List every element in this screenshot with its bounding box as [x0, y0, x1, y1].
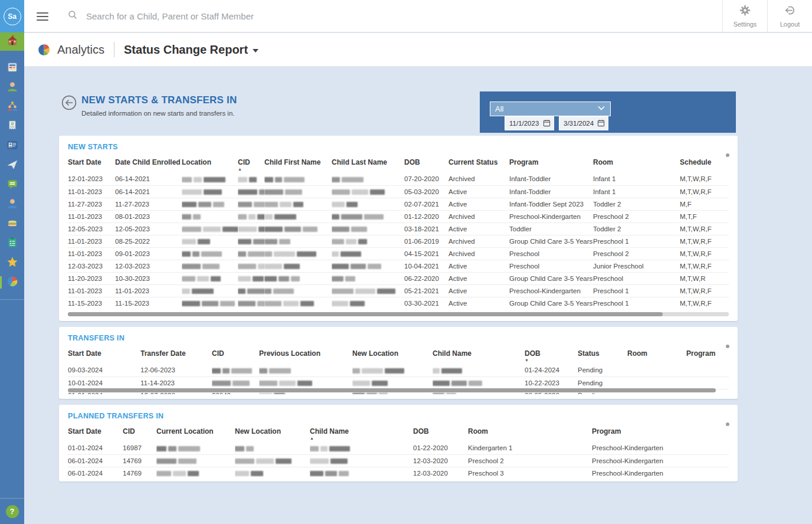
cell — [212, 364, 259, 376]
cell — [182, 297, 238, 309]
cell: 11-01-2023 — [68, 284, 115, 297]
cell: Junior Preschool — [593, 260, 680, 272]
column-header-transfer-date[interactable]: Transfer Date — [140, 346, 212, 364]
cell — [259, 364, 352, 376]
back-button[interactable] — [61, 95, 77, 110]
cell: Preschool 1 — [593, 297, 680, 309]
sidebar: Sa $ ? — [0, 0, 24, 524]
column-header-start-date[interactable]: Start Date — [68, 424, 123, 442]
column-header-cid[interactable]: CID — [212, 346, 259, 364]
avatar[interactable]: Sa — [0, 0, 24, 32]
search-input[interactable] — [86, 11, 440, 21]
column-header-location[interactable]: Location — [182, 155, 238, 173]
column-header-new-location[interactable]: New Location — [235, 424, 310, 442]
sidebar-item-person-blue[interactable] — [0, 195, 24, 214]
sidebar-item-dashboard[interactable] — [0, 58, 24, 78]
cell: Active — [448, 297, 509, 309]
page-subtitle: Detailed information on new starts and t… — [81, 110, 235, 117]
cell: Toddler — [509, 222, 593, 235]
scrollbar-thumb[interactable] — [68, 312, 663, 316]
location-dropdown[interactable]: All — [490, 101, 611, 116]
cell: Preschool-Kindergarten — [509, 284, 593, 297]
sidebar-item-star[interactable] — [0, 253, 24, 273]
date-from-value: 11/1/2023 — [509, 120, 539, 127]
sidebar-item-school[interactable] — [0, 32, 24, 51]
help-icon[interactable]: ? — [6, 505, 19, 518]
sidebar-item-chat[interactable] — [0, 175, 24, 195]
cell — [332, 297, 404, 309]
column-header-child-name[interactable]: Child Name▲ — [310, 424, 413, 442]
sidebar-item-billing[interactable]: $ — [0, 117, 24, 136]
cell: 08-01-2023 — [115, 210, 182, 222]
column-header-room[interactable]: Room — [593, 155, 680, 173]
column-header-current-status[interactable]: Current Status — [448, 155, 509, 173]
transfers-in-table: Start DateTransfer DateCIDPrevious Locat… — [68, 346, 729, 394]
sidebar-item-checklist[interactable] — [0, 234, 24, 253]
column-header-schedule[interactable]: Schedule — [680, 155, 729, 173]
cell: 02-07-2021 — [404, 198, 448, 210]
cell — [182, 222, 238, 235]
column-header-room[interactable]: Room — [627, 346, 686, 364]
cell: Active — [448, 260, 509, 272]
column-header-status[interactable]: Status — [578, 346, 627, 364]
sidebar-item-person-green[interactable] — [0, 78, 24, 97]
cell: 01-24-2024 — [525, 364, 578, 376]
column-header-child-name[interactable]: Child Name — [433, 346, 525, 364]
sidebar-item-send-plane[interactable] — [0, 156, 24, 175]
table-row: 06-01-20241476912-03-2020Preschool 2Pres… — [68, 454, 729, 467]
scrollbar-thumb[interactable] — [68, 388, 716, 392]
calendar-icon — [597, 119, 605, 128]
sidebar-item-family[interactable] — [0, 97, 24, 117]
sidebar-item-staff-card[interactable] — [0, 136, 24, 156]
cell — [182, 284, 238, 297]
column-header-start-date[interactable]: Start Date — [68, 346, 140, 364]
cell: 06-14-2021 — [115, 185, 182, 198]
cell: 11-01-2023 — [68, 185, 115, 198]
column-header-dob[interactable]: DOB — [413, 424, 468, 442]
date-from-input[interactable]: 11/1/2023 — [505, 116, 554, 130]
planned-transfers-in-table: Start DateCIDCurrent LocationNew Locatio… — [68, 424, 729, 477]
table-row: 11-15-202311-15-202303-30-2021ActiveGrou… — [68, 297, 729, 309]
column-header-date-child-enrolled[interactable]: Date Child Enrolled — [115, 155, 182, 173]
cell — [433, 364, 525, 376]
cell — [238, 210, 264, 222]
column-header-dob[interactable]: DOB▼ — [525, 346, 578, 364]
cell — [238, 260, 264, 272]
chat-icon — [6, 178, 19, 193]
cell — [310, 467, 413, 477]
column-header-program[interactable]: Program — [509, 155, 593, 173]
column-header-program[interactable]: Program — [592, 424, 729, 442]
column-header-cid[interactable]: CID — [123, 424, 156, 442]
settings-button[interactable]: Settings — [722, 0, 767, 32]
column-header-start-date[interactable]: Start Date — [68, 155, 115, 173]
sidebar-item-analytics-pie[interactable] — [0, 273, 24, 292]
logout-button[interactable]: Logout — [767, 0, 812, 32]
star-icon — [6, 256, 19, 271]
options-dot-icon[interactable] — [726, 153, 729, 157]
cell: Preschool-Kindergarten — [509, 210, 593, 222]
column-header-program[interactable]: Program — [686, 346, 729, 364]
report-selector[interactable]: Status Change Report — [124, 43, 258, 57]
sidebar-item-meals[interactable] — [0, 214, 24, 234]
column-header-current-location[interactable]: Current Location — [156, 424, 235, 442]
cell: Active — [448, 272, 509, 284]
cell — [238, 247, 264, 260]
column-header-previous-location[interactable]: Previous Location — [259, 346, 352, 364]
cell: Pending — [578, 376, 627, 389]
hamburger-menu-icon[interactable] — [37, 12, 48, 21]
column-header-new-location[interactable]: New Location — [352, 346, 433, 364]
column-header-child-first-name[interactable]: Child First Name — [264, 155, 332, 173]
page-header: NEW STARTS & TRANSFERS IN Detailed infor… — [59, 91, 738, 133]
family-icon — [6, 100, 19, 115]
cell: 07-20-2020 — [404, 173, 448, 185]
cell: M,T,W,R,F — [680, 247, 729, 260]
cell: M,F — [680, 198, 729, 210]
column-header-cid[interactable]: CID▲ — [238, 155, 264, 173]
column-header-dob[interactable]: DOB — [404, 155, 448, 173]
send-plane-icon — [6, 158, 19, 173]
cell: Toddler 2 — [593, 198, 680, 210]
column-header-room[interactable]: Room — [468, 424, 592, 442]
date-to-input[interactable]: 3/31/2024 — [559, 116, 608, 130]
column-header-child-last-name[interactable]: Child Last Name — [332, 155, 404, 173]
cell: M,T,W,R,F — [680, 173, 729, 185]
